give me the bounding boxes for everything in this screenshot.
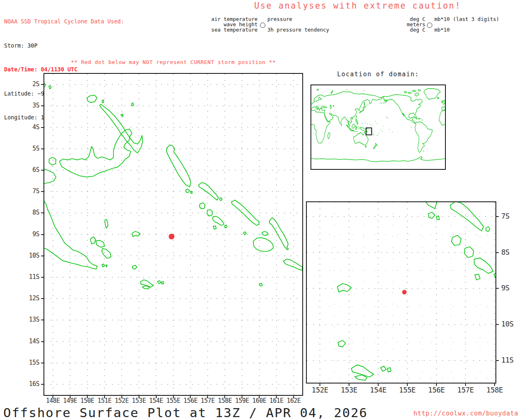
- y-axis-tick: [41, 234, 44, 235]
- y-tick-label: 7S: [501, 212, 525, 220]
- y-axis-tick: [495, 216, 499, 217]
- y-axis-tick: [41, 256, 44, 256]
- x-axis-tick: [378, 383, 379, 386]
- y-tick-label: 2S: [11, 80, 39, 88]
- legend-mb10: mb*10: [434, 27, 525, 32]
- y-tick-label: 4S: [11, 123, 39, 131]
- y-tick-label: 9S: [501, 284, 525, 292]
- caution-headline: Use analyses with extreme caution!: [243, 1, 472, 11]
- main-map-svg: [44, 74, 302, 395]
- source-url-link[interactable]: http://coolwx.com/buoydata: [413, 410, 518, 417]
- units-legend-right: mb*10 (last 3 digits) mb*10: [434, 16, 525, 32]
- units-circle-icon: [427, 23, 432, 28]
- y-tick-label: 12S: [11, 294, 39, 302]
- y-axis-tick: [41, 105, 44, 106]
- world-map-svg: [311, 85, 445, 169]
- y-axis-tick: [495, 252, 499, 253]
- offshore-surface-plot-page: NOAA SSD Tropical Cyclone Data Used: Sto…: [0, 0, 525, 420]
- storm-info-id: Storm: 30P: [4, 42, 124, 50]
- world-inset-map: [310, 84, 446, 170]
- y-axis-tick: [41, 212, 44, 213]
- units-legend-left: deg C meters deg C: [364, 16, 425, 32]
- y-axis-tick: [41, 170, 44, 171]
- y-axis-tick: [41, 384, 44, 385]
- y-tick-label: 9S: [11, 231, 39, 238]
- x-axis-tick: [320, 383, 320, 386]
- x-axis-tick: [407, 383, 408, 386]
- y-tick-label: 11S: [11, 273, 39, 281]
- y-axis-tick: [41, 84, 44, 85]
- legend-sea-temperature: sea temperature: [176, 27, 258, 32]
- station-circle-icon: [260, 23, 265, 28]
- x-axis-tick: [436, 383, 437, 386]
- y-axis-tick: [41, 298, 44, 299]
- y-tick-label: 8S: [501, 248, 525, 256]
- y-axis-tick: [41, 127, 44, 128]
- plot-title: Offshore Surface Plot at 13Z / APR 04, 2…: [3, 405, 368, 420]
- y-tick-label: 13S: [11, 316, 39, 323]
- x-tick-label: 158E: [482, 386, 507, 394]
- y-tick-label: 10S: [11, 252, 39, 259]
- storm-info-source: NOAA SSD Tropical Cyclone Data Used:: [4, 18, 124, 26]
- x-axis-tick: [465, 383, 466, 386]
- y-axis-tick: [41, 191, 44, 192]
- x-tick-label: 156E: [424, 386, 449, 394]
- y-axis-tick: [495, 360, 499, 361]
- world-coastlines: [311, 89, 445, 162]
- y-axis-tick: [41, 341, 44, 342]
- y-axis-tick: [41, 320, 44, 320]
- y-tick-label: 8S: [11, 209, 39, 216]
- y-tick-label: 7S: [11, 187, 39, 195]
- legend-degc-sea: deg C: [364, 27, 425, 32]
- y-axis-tick: [495, 324, 499, 325]
- x-tick-label: 162E: [281, 397, 306, 404]
- main-map: [43, 73, 303, 396]
- y-tick-label: 10S: [501, 320, 525, 328]
- zoom-map: [306, 201, 496, 383]
- y-axis-tick: [41, 277, 44, 278]
- legend-3h-pressure-tendency: 3h pressure tendency: [267, 27, 362, 32]
- x-tick-label: 153E: [337, 386, 361, 394]
- y-axis-tick: [41, 363, 44, 363]
- y-axis-tick: [41, 148, 44, 149]
- x-axis-tick: [494, 383, 495, 386]
- storm-info-datetime: Date/Time: 04/1130 UTC: [4, 66, 124, 74]
- legend-mb10-last3: mb*10 (last 3 digits): [434, 16, 525, 22]
- inset-title: Location of domain:: [311, 71, 445, 78]
- x-axis-tick: [349, 383, 349, 386]
- y-tick-label: 11S: [501, 356, 525, 364]
- x-tick-label: 154E: [366, 386, 390, 394]
- red-dot-warning: ** Red dot below may NOT represent CURRE…: [45, 59, 301, 65]
- legend-pressure: pressure: [267, 16, 362, 22]
- y-tick-label: 16S: [11, 380, 39, 388]
- y-tick-label: 3S: [11, 102, 39, 109]
- storm-dot-main: [169, 234, 174, 240]
- storm-dot-zoom: [402, 290, 406, 294]
- station-legend-left: air temperature wave height sea temperat…: [176, 16, 258, 32]
- x-tick-label: 157E: [453, 386, 478, 394]
- x-tick-label: 152E: [308, 386, 332, 394]
- zoom-map-coastlines: [307, 202, 495, 380]
- x-tick-label: 155E: [395, 386, 420, 394]
- y-axis-tick: [495, 288, 499, 289]
- y-tick-label: 5S: [11, 145, 39, 152]
- y-tick-label: 6S: [11, 166, 39, 173]
- station-legend-right: pressure 3h pressure tendency: [267, 16, 362, 32]
- y-tick-label: 14S: [11, 338, 39, 345]
- main-map-coastlines: [44, 83, 302, 289]
- zoom-map-grid: [307, 202, 495, 383]
- y-tick-label: 15S: [11, 359, 39, 366]
- zoom-map-svg: [307, 202, 495, 383]
